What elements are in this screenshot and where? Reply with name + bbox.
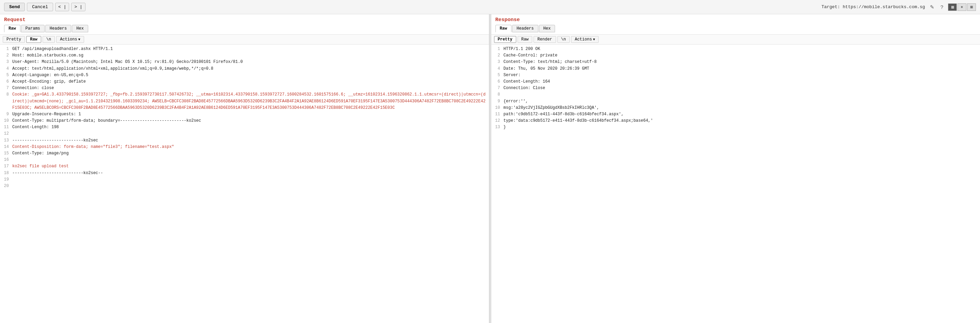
send-button[interactable]: Send <box>4 3 25 11</box>
table-row: 19 <box>3 176 486 183</box>
response-raw-btn[interactable]: Raw <box>518 36 533 43</box>
line-number: 10 <box>3 118 12 124</box>
top-bar-right: Target: https://mobile.starbucks.com.sg … <box>821 3 976 11</box>
line-number: 13 <box>494 124 504 131</box>
tab-request-headers[interactable]: Headers <box>45 25 71 32</box>
line-content: Accept-Encoding: gzip, deflate <box>12 79 486 85</box>
tab-response-raw[interactable]: Raw <box>495 25 512 32</box>
request-tabs: Raw Params Headers Hex <box>4 25 485 32</box>
line-number: 10 <box>494 105 504 111</box>
table-row: 4Date: Thu, 05 Nov 2020 20:26:39 GMT <box>494 66 978 72</box>
response-newline-btn[interactable]: \n <box>557 36 570 43</box>
line-number: 14 <box>3 144 12 150</box>
cancel-button[interactable]: Cancel <box>27 3 53 11</box>
line-number: 3 <box>3 59 12 65</box>
table-row: 2Cache-Control: private <box>494 52 978 59</box>
table-row: 3Content-Type: text/html; charset=utf-8 <box>494 59 978 65</box>
table-row: 13-----------------------------ko2sec <box>3 137 486 144</box>
line-content: ko2sec file upload test <box>12 163 486 169</box>
line-content: Content-Type: multipart/form-data; bound… <box>12 118 486 124</box>
table-row: 9Upgrade-Insecure-Requests: 1 <box>3 111 486 118</box>
nav-back-button[interactable]: < | <box>55 3 69 11</box>
view-split-button[interactable]: ▦ <box>948 3 957 11</box>
line-number: 7 <box>3 85 12 92</box>
request-panel-header: Request Raw Params Headers Hex <box>0 14 489 35</box>
line-content: Content-Type: image/png <box>12 150 486 157</box>
edit-button[interactable]: ✎ <box>929 3 936 11</box>
line-content: Accept-Language: en-US,en;q=0.5 <box>12 72 486 79</box>
tab-response-headers[interactable]: Headers <box>512 25 538 32</box>
response-content[interactable]: 1HTTP/1.1 200 OK2Cache-Control: private3… <box>492 44 980 323</box>
tab-request-hex[interactable]: Hex <box>72 25 88 32</box>
line-number: 3 <box>494 59 504 65</box>
view-grid-button[interactable]: ⊞ <box>967 3 976 11</box>
line-content <box>12 157 486 163</box>
table-row: 12type:'data:c9db5172-e411-443f-8d3b-c61… <box>494 118 978 124</box>
nav-forward-button[interactable]: > | <box>71 3 85 11</box>
line-content: Connection: Close <box>504 85 978 92</box>
request-newline-btn[interactable]: \n <box>43 36 55 43</box>
line-content: path:'c9db5172-e411-443f-8d3b-c6164bfecf… <box>504 111 978 118</box>
tab-response-hex[interactable]: Hex <box>539 25 555 32</box>
line-number: 20 <box>3 183 12 189</box>
table-row: 4Accept: text/html,application/xhtml+xml… <box>3 66 486 72</box>
request-pretty-btn[interactable]: Pretty <box>3 36 25 43</box>
table-row: 11path:'c9db5172-e411-443f-8d3b-c6164bfe… <box>494 111 978 118</box>
table-row: 18-----------------------------ko2sec-- <box>3 170 486 176</box>
line-number: 11 <box>3 124 12 131</box>
line-number: 2 <box>494 52 504 59</box>
response-render-btn[interactable]: Render <box>534 36 556 43</box>
view-toggle: ▦ ≡ ⊞ <box>948 3 976 11</box>
response-panel: Response Raw Headers Hex Pretty Raw Rend… <box>492 14 980 323</box>
line-number: 2 <box>3 52 12 59</box>
line-number: 6 <box>3 79 12 85</box>
request-actions-btn[interactable]: Actions ▼ <box>56 36 84 43</box>
line-content: User-Agent: Mozilla/5.0 (Macintosh; Inte… <box>12 59 486 65</box>
view-list-button[interactable]: ≡ <box>958 3 966 11</box>
line-number: 5 <box>3 72 12 79</box>
line-content <box>504 92 978 98</box>
line-number: 7 <box>494 85 504 92</box>
line-content: Connection: close <box>12 85 486 92</box>
line-number: 6 <box>494 79 504 85</box>
line-content: -----------------------------ko2sec-- <box>12 170 486 176</box>
response-pretty-btn[interactable]: Pretty <box>494 36 516 43</box>
line-number: 15 <box>3 150 12 157</box>
line-content: -----------------------------ko2sec <box>12 137 486 144</box>
response-actions-chevron: ▼ <box>593 38 595 41</box>
chevron-left-icon: < | <box>58 5 66 10</box>
response-tabs: Raw Headers Hex <box>495 25 976 32</box>
line-content: Server: <box>504 72 978 79</box>
table-row: 1GET /api/imageuploadhandler.ashx HTTP/1… <box>3 46 486 52</box>
table-row: 9{error:'', <box>494 98 978 105</box>
line-number: 1 <box>3 46 12 52</box>
help-button[interactable]: ? <box>939 3 945 11</box>
table-row: 14Content-Disposition: form-data; name="… <box>3 144 486 150</box>
line-content: GET /api/imageuploadhandler.ashx HTTP/1.… <box>12 46 486 52</box>
table-row: 2Host: mobile.starbucks.com.sg <box>3 52 486 59</box>
line-content: Cache-Control: private <box>504 52 978 59</box>
response-title: Response <box>495 17 976 23</box>
line-content: type:'data:c9db5172-e411-443f-8d3b-c6164… <box>504 118 978 124</box>
line-number: 17 <box>3 163 12 169</box>
line-content: msg:'a28yc2VjIGZpbGUgdXBsb2FkIHRlc3QA', <box>504 105 978 111</box>
response-actions-btn[interactable]: Actions ▼ <box>571 36 599 43</box>
response-panel-header: Response Raw Headers Hex <box>492 14 980 35</box>
table-row: 1HTTP/1.1 200 OK <box>494 46 978 52</box>
request-raw-btn[interactable]: Raw <box>26 36 41 43</box>
line-number: 19 <box>3 176 12 183</box>
line-content: Upgrade-Insecure-Requests: 1 <box>12 111 486 118</box>
table-row: 8Cookie: _ga=GA1.3.433790158.1593972727;… <box>3 92 486 111</box>
line-number: 12 <box>3 131 12 137</box>
table-row: 17ko2sec file upload test <box>3 163 486 169</box>
request-content[interactable]: 1GET /api/imageuploadhandler.ashx HTTP/1… <box>0 44 489 323</box>
request-sub-toolbar: Pretty Raw \n Actions ▼ <box>0 35 489 44</box>
line-number: 13 <box>3 137 12 144</box>
tab-request-raw[interactable]: Raw <box>4 25 21 32</box>
table-row: 10msg:'a28yc2VjIGZpbGUgdXBsb2FkIHRlc3QA'… <box>494 105 978 111</box>
table-row: 5Accept-Language: en-US,en;q=0.5 <box>3 72 486 79</box>
response-sub-toolbar: Pretty Raw Render \n Actions ▼ <box>492 35 980 44</box>
table-row: 8 <box>494 92 978 98</box>
table-row: 11Content-Length: 198 <box>3 124 486 131</box>
tab-request-params[interactable]: Params <box>21 25 45 32</box>
